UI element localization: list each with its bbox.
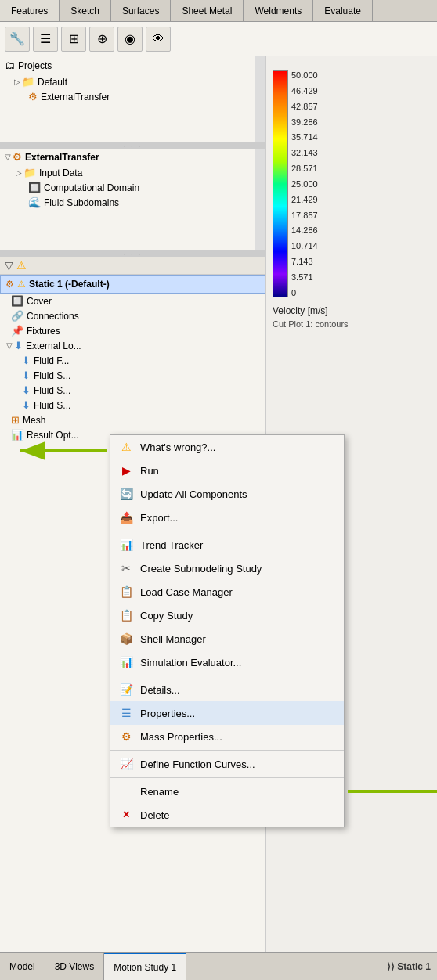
color-label-13: 3.571: [291, 272, 318, 282]
shell-manager-icon: 📦: [118, 631, 134, 647]
default-icon: 📁: [22, 76, 34, 88]
projects-scrollbar[interactable]: [255, 56, 265, 142]
fluid-f-label: Fluid F...: [34, 355, 69, 366]
color-label-8: 21.429: [291, 195, 318, 204]
connections-item[interactable]: 🔗 Connections: [0, 308, 265, 323]
default-item[interactable]: ▷ 📁 Default: [0, 74, 265, 89]
fixtures-item[interactable]: 📌 Fixtures: [0, 323, 265, 338]
tab-sheet-metal[interactable]: Sheet Metal: [171, 0, 244, 21]
fluid-s1-item[interactable]: ⬇ Fluid S...: [0, 368, 265, 383]
ctx-properties[interactable]: ☰ Properties...: [110, 701, 344, 725]
filter-bar: ▽ ⚠: [0, 257, 265, 275]
input-data-item[interactable]: ▷ 📁 Input Data: [0, 165, 265, 180]
ctx-sep-4: [110, 777, 344, 778]
ctx-simulation-eval[interactable]: 📊 Simulation Evaluator...: [110, 650, 344, 674]
ctx-whats-wrong[interactable]: ⚠ What's wrong?...: [110, 435, 344, 459]
flow-expand-icon: ▽: [5, 153, 11, 161]
bottom-tab-model[interactable]: Model: [0, 953, 45, 980]
ctx-rename-label: Rename: [140, 786, 336, 798]
color-label-3: 39.286: [291, 117, 318, 127]
ctx-copy-study[interactable]: 📋 Copy Study: [110, 603, 344, 627]
toolbar-btn-0[interactable]: 🔧: [5, 27, 30, 52]
computational-domain-item[interactable]: 🔲 Computational Domain: [0, 180, 265, 195]
cover-item[interactable]: 🔲 Cover: [0, 294, 265, 308]
fluid-s1-icon: ⬇: [22, 369, 31, 381]
color-label-6: 28.571: [291, 164, 318, 173]
ctx-delete-label: Delete: [140, 809, 336, 821]
ctx-load-case[interactable]: 📋 Load Case Manager: [110, 580, 344, 603]
ctx-shell-manager[interactable]: 📦 Shell Manager: [110, 627, 344, 650]
default-expand-icon: ▷: [14, 77, 20, 86]
toolbar-btn-3[interactable]: ⊕: [89, 27, 114, 52]
toolbar-btn-2[interactable]: ⊞: [61, 27, 86, 52]
ctx-rename[interactable]: Rename: [110, 780, 344, 803]
tab-features[interactable]: Features: [0, 0, 60, 21]
color-label-4: 35.714: [291, 132, 318, 142]
ctx-load-case-label: Load Case Manager: [140, 586, 336, 598]
simulation-eval-icon: 📊: [118, 654, 134, 670]
fixtures-label: Fixtures: [27, 326, 60, 337]
color-label-10: 14.286: [291, 225, 318, 235]
mesh-label: Mesh: [23, 415, 45, 426]
fluid-s2-label: Fluid S...: [34, 385, 70, 396]
external-loads-label: External Lo...: [26, 340, 81, 351]
external-transfer-icon: ⚙: [28, 91, 38, 103]
ctx-run[interactable]: ▶ Run: [110, 459, 344, 482]
flow-tree-section: ▽ ⚙ ExternalTransfer ▷ 📁 Input Data 🔲 Co…: [0, 149, 265, 250]
bottom-static-label: ⟩⟩ Static 1: [381, 961, 437, 972]
ctx-export[interactable]: 📤 Export...: [110, 506, 344, 529]
ctx-details-label: Details...: [140, 684, 336, 696]
mesh-item[interactable]: ⊞ Mesh: [0, 413, 265, 427]
fluid-s3-item[interactable]: ⬇ Fluid S...: [0, 398, 265, 413]
ctx-mass-properties-label: Mass Properties...: [140, 731, 336, 743]
toolbar-btn-5[interactable]: 👁: [146, 27, 171, 52]
tab-surfaces[interactable]: Surfaces: [111, 0, 171, 21]
ctx-mass-properties[interactable]: ⚙ Mass Properties...: [110, 725, 344, 748]
color-label-5: 32.143: [291, 148, 318, 157]
toolbar-btn-1[interactable]: ☰: [33, 27, 58, 52]
top-tab-bar: Features Sketch Surfaces Sheet Metal Wel…: [0, 0, 437, 22]
toolbar-btn-4[interactable]: ◉: [117, 27, 143, 52]
color-label-9: 17.857: [291, 211, 318, 220]
ctx-sep-1: [110, 531, 344, 531]
tab-sketch[interactable]: Sketch: [60, 0, 111, 21]
result-opt-label: Result Opt...: [27, 430, 79, 441]
external-transfer-item[interactable]: ⚙ ExternalTransfer: [0, 89, 265, 104]
ctx-whats-wrong-label: What's wrong?...: [140, 441, 336, 453]
fluid-s2-item[interactable]: ⬇ Fluid S...: [0, 383, 265, 398]
fluid-subdomains-item[interactable]: 🌊 Fluid Subdomains: [0, 195, 265, 210]
ctx-create-submodel[interactable]: ✂ Create Submodeling Study: [110, 557, 344, 580]
ctx-details[interactable]: 📝 Details...: [110, 678, 344, 701]
ctx-define-function[interactable]: 📈 Define Function Curves...: [110, 752, 344, 776]
tab-weldments[interactable]: Weldments: [244, 0, 313, 21]
update-all-icon: 🔄: [118, 486, 134, 502]
projects-root[interactable]: 🗂 Projects: [0, 56, 265, 74]
legend-subtitle: Cut Plot 1: contours: [273, 319, 431, 329]
flow-label: ExternalTransfer: [25, 152, 99, 163]
input-data-icon: 📁: [23, 167, 36, 178]
fixtures-icon: 📌: [11, 325, 23, 337]
ctx-delete[interactable]: ✕ Delete: [110, 803, 344, 827]
mesh-icon: ⊞: [11, 414, 20, 426]
fluid-subdomains-label: Fluid Subdomains: [44, 197, 119, 208]
flow-scrollbar[interactable]: [255, 149, 265, 250]
flow-root[interactable]: ▽ ⚙ ExternalTransfer: [0, 149, 265, 165]
ctx-run-label: Run: [140, 465, 336, 477]
external-loads-item[interactable]: ▽ ⬇ External Lo...: [0, 338, 265, 353]
computational-domain-label: Computational Domain: [44, 182, 139, 193]
study-label: Static 1 (-Default-): [29, 279, 110, 290]
ctx-trend-tracker[interactable]: 📊 Trend Tracker: [110, 533, 344, 557]
study-header-row[interactable]: ⚙ ⚠ Static 1 (-Default-): [0, 275, 265, 294]
bottom-tab-3dviews[interactable]: 3D Views: [45, 953, 104, 980]
rename-icon: [118, 784, 134, 799]
color-labels: 50.000 46.429 42.857 39.286 35.714 32.14…: [291, 70, 318, 297]
bottom-tab-motion-study[interactable]: Motion Study 1: [104, 953, 186, 980]
resize-handle-2[interactable]: · · ·: [0, 250, 265, 257]
resize-handle-1[interactable]: · · ·: [0, 142, 265, 149]
fluid-s3-label: Fluid S...: [34, 400, 70, 411]
ctx-update-all[interactable]: 🔄 Update All Components: [110, 482, 344, 506]
fluid-f-item[interactable]: ⬇ Fluid F...: [0, 353, 265, 368]
fluid-s1-label: Fluid S...: [34, 370, 70, 381]
tab-evaluate[interactable]: Evaluate: [313, 0, 373, 21]
ctx-define-function-label: Define Function Curves...: [140, 758, 336, 770]
